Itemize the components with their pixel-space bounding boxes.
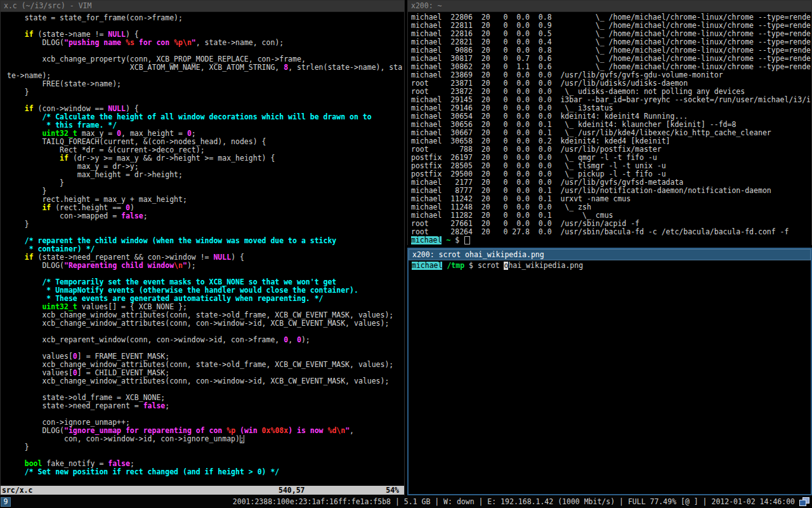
shell-terminal-title: x200: scrot ohai_wikipedia.png <box>412 251 544 259</box>
workspace-button[interactable]: 9 <box>1 497 11 507</box>
code-line: TAILQ_FOREACH(current, &(con->nodes_head… <box>7 138 404 146</box>
process-row: michael 2177 20 0 0.0 0.0 /usr/lib/gvfs/… <box>411 178 811 187</box>
code-line <box>7 328 404 336</box>
code-line <box>7 97 404 105</box>
process-row: root 23872 20 0 0.0 0.0 \_ udisks-daemon… <box>411 88 811 96</box>
process-row: michael 30862 20 0 1.1 0.6 \_ /home/mich… <box>411 63 811 71</box>
vim-buffer[interactable]: state = state_for_frame(con->frame); if … <box>1 12 404 495</box>
process-row: michael 30817 20 0 0.7 0.6 \_ /home/mich… <box>411 55 811 63</box>
prompt-cwd: ~ <box>446 236 450 244</box>
code-line: state->old_frame = XCB_NONE; <box>7 394 404 402</box>
code-line: state->need_reparent = false; <box>7 402 404 410</box>
process-row: michael 11242 20 0 0.0 0.1 urxvt -name c… <box>411 195 811 203</box>
process-row: michael 11282 20 0 0.0 0.1 \_ cmus <box>411 211 811 220</box>
prompt-symbol: $ <box>450 236 464 244</box>
command-text: hai_wikipedia.png <box>508 262 583 270</box>
code-line: xcb_reparent_window(conn, con->window->i… <box>7 336 404 344</box>
process-row: michael 11248 20 0 0.0 0.0 \_ zsh <box>411 203 811 211</box>
process-terminal-window[interactable]: x200: ~ michael 22806 20 0 0.0 0.8 \_ /h… <box>407 0 812 245</box>
process-row: michael 30658 20 0 0.0 0.2 kdeinit4: kde… <box>411 137 811 145</box>
process-terminal-titlebar[interactable]: x200: ~ <box>408 1 811 12</box>
vim-filename: src/x.c <box>1 486 278 495</box>
vim-scroll-percent: 54% <box>367 486 404 495</box>
process-row: michael 22821 20 0 0.0 0.4 \_ /home/mich… <box>411 38 811 46</box>
code-line: DLOG("Reparenting child window\n"); <box>7 262 404 270</box>
code-line: max_height = dr->height; <box>7 171 404 179</box>
process-terminal-title: x200: ~ <box>411 2 442 10</box>
vim-statusline: src/x.c 540,57 54% <box>1 486 404 495</box>
code-line <box>7 270 404 278</box>
process-row: root 27661 20 0 0.0 0.0 /usr/sbin/acpid … <box>411 220 811 228</box>
code-line <box>7 47 404 55</box>
vim-cursor-position: 540,57 <box>278 486 367 495</box>
shell-prompt[interactable]: michael /tmp $ scrot ohai_wikipedia.png <box>412 262 811 270</box>
prompt-user: michael <box>412 262 442 270</box>
code-line: rect.height = max_y + max_height; <box>7 196 404 204</box>
code-line <box>7 385 404 394</box>
prompt-user: michael <box>411 236 442 244</box>
code-line: if (rect.height == 0) <box>7 204 404 212</box>
code-line: xcb_change_window_attributes(conn, con->… <box>7 319 404 328</box>
shell-terminal-window[interactable]: x200: scrot ohai_wikipedia.png michael /… <box>407 248 812 495</box>
code-line: state = state_for_frame(con->frame); <box>7 14 404 22</box>
i3bar: 9 2001:2388:100e:23:1af:16ff:fe1a:f5b8 |… <box>0 495 812 508</box>
code-line: Rect *dr = &(current->deco_rect); <box>7 146 404 154</box>
process-terminal-content[interactable]: michael 22806 20 0 0.0 0.8 \_ /home/mich… <box>408 12 811 245</box>
process-row: postfix 26197 20 0 0.0 0.0 \_ qmgr -l -t… <box>411 154 811 162</box>
process-row: michael 9086 20 0 0.0 0.8 \_ /home/micha… <box>411 46 811 55</box>
process-row: michael 29145 20 0 0.0 0.0 i3bar --bar_i… <box>411 96 811 104</box>
code-line: /* Temporarily set the event masks to XC… <box>7 278 404 286</box>
code-line: if (state->need_reparent && con->window … <box>7 253 404 262</box>
process-row: postfix 29500 20 0 0.0 0.0 \_ pickup -l … <box>411 170 811 178</box>
i3status-text: 2001:2388:100e:23:1af:16ff:fe1a:f5b8 | 5… <box>233 498 795 506</box>
code-line: /* reparent the child window (when the w… <box>7 237 404 245</box>
code-line: FREE(state->name); <box>7 80 404 88</box>
process-row: root 23871 20 0 0.0 0.0 /usr/lib/udisks/… <box>411 79 811 88</box>
code-line <box>7 410 404 418</box>
code-line: DLOG("pushing name %s for con %p\n", sta… <box>7 39 404 47</box>
vim-window[interactable]: x.c (~/i3/src) - VIM state = state_for_f… <box>0 0 405 495</box>
code-line: } <box>7 220 404 229</box>
code-line: if (dr->y >= max_y && dr->height >= max_… <box>7 154 404 163</box>
window-front-shape <box>799 500 806 506</box>
process-row: michael 29146 20 0 0.0 0.0 \_ i3status <box>411 104 811 112</box>
code-line: te->name); <box>7 72 404 80</box>
code-line: } <box>7 187 404 196</box>
code-line: uint32_t values[] = { XCB_NONE }; <box>7 303 404 311</box>
code-line: bool fake_notify = false; <box>7 460 404 468</box>
code-line: } <box>7 179 404 187</box>
code-line: DLOG("ignore_unmap for reparenting of co… <box>7 427 404 435</box>
process-row: postfix 28505 20 0 0.0 0.0 \_ tlsmgr -l … <box>411 162 811 170</box>
process-row: michael 23869 20 0 0.0 0.0 /usr/lib/gvfs… <box>411 71 811 79</box>
code-line: XCB_ATOM_WM_NAME, XCB_ATOM_STRING, 8, st… <box>7 64 404 72</box>
terminal-cursor: o <box>504 262 508 270</box>
process-row: michael 22806 20 0 0.0 0.8 \_ /home/mich… <box>411 13 811 22</box>
process-row: root 788 20 0 0.0 0.0 /usr/lib/postfix/m… <box>411 145 811 154</box>
process-row: michael 8777 20 0 0.0 0.1 /usr/lib/notif… <box>411 187 811 195</box>
code-line: xcb_change_window_attributes(conn, state… <box>7 311 404 319</box>
code-line <box>7 451 404 460</box>
process-row: michael 30656 20 0 0.0 0.1 \_ kdeinit4: … <box>411 121 811 129</box>
code-line: xcb_change_window_attributes(conn, state… <box>7 361 404 369</box>
code-line: xcb_change_property(conn, XCB_PROP_MODE_… <box>7 55 404 64</box>
code-line: } <box>7 88 404 97</box>
code-line: /* Set new position if rect changed (and… <box>7 468 404 476</box>
code-line <box>7 22 404 30</box>
vim-title: x.c (~/i3/src) - VIM <box>4 2 91 10</box>
code-line: * UnmapNotify events (otherwise the hand… <box>7 286 404 295</box>
shell-terminal-titlebar[interactable]: x200: scrot ohai_wikipedia.png <box>409 249 811 260</box>
code-line: /* Calculate the height of all window de… <box>7 113 404 121</box>
systray-windows-icon[interactable] <box>799 497 809 506</box>
vim-titlebar[interactable]: x.c (~/i3/src) - VIM <box>1 1 404 12</box>
code-line: values[0] = CHILD_EVENT_MASK; <box>7 369 404 377</box>
code-line: * container) */ <box>7 245 404 253</box>
prompt-cwd: /tmp <box>447 262 464 270</box>
process-row: michael 30667 20 0 0.0 0.1 \_ /usr/lib/k… <box>411 129 811 137</box>
code-line: values[0] = FRAME_EVENT_MASK; <box>7 352 404 361</box>
code-line: con->mapped = false; <box>7 212 404 220</box>
shell-terminal-content[interactable]: michael /tmp $ scrot ohai_wikipedia.png <box>409 260 811 494</box>
shell-prompt[interactable]: michael ~ $ <box>408 236 811 244</box>
vim-code[interactable]: state = state_for_frame(con->frame); if … <box>1 12 404 476</box>
code-line: * this frame. */ <box>7 121 404 130</box>
code-line: xcb_change_window_attributes(conn, con->… <box>7 377 404 385</box>
